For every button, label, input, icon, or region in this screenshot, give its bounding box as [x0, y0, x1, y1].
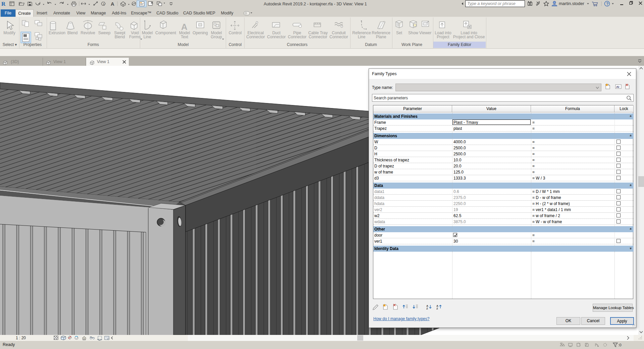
svg-text:Connector: Connector — [329, 35, 348, 39]
svg-text::0: :0 — [618, 343, 622, 347]
svg-text:Viewer: Viewer — [419, 31, 431, 35]
svg-text:Show: Show — [408, 31, 418, 35]
svg-text:Connector: Connector — [246, 35, 265, 39]
svg-text:Line: Line — [358, 35, 366, 39]
svg-text:Project: Project — [437, 35, 449, 39]
svg-text:Connector: Connector — [267, 35, 285, 39]
svg-text:Project and Close: Project and Close — [453, 35, 485, 39]
svg-text:Group: Group — [211, 35, 222, 39]
svg-text:Opening: Opening — [193, 31, 208, 35]
svg-text:?: ? — [606, 2, 608, 6]
svg-text:Text: Text — [181, 35, 189, 39]
svg-text:Plane: Plane — [376, 35, 386, 39]
svg-text:Z: Z — [426, 307, 428, 310]
svg-text:Sweep: Sweep — [98, 31, 111, 35]
svg-text:Control: Control — [229, 31, 242, 35]
svg-text:Forms: Forms — [129, 35, 141, 39]
svg-text:Connector: Connector — [288, 35, 306, 39]
svg-text:Component: Component — [155, 31, 176, 35]
svg-text:Extrusion: Extrusion — [49, 31, 65, 35]
svg-text:Set: Set — [396, 31, 402, 35]
svg-text:Revolve: Revolve — [80, 31, 95, 35]
svg-text:Connector: Connector — [309, 35, 327, 39]
svg-text:Modify: Modify — [3, 31, 15, 35]
svg-text:Blend: Blend — [115, 35, 125, 39]
svg-text:Blend: Blend — [67, 31, 78, 35]
svg-text:Line: Line — [144, 35, 151, 39]
svg-text:AI: AI — [616, 85, 619, 89]
svg-text:martin.stoder: martin.stoder — [559, 1, 585, 6]
svg-text:Z: Z — [436, 307, 438, 310]
